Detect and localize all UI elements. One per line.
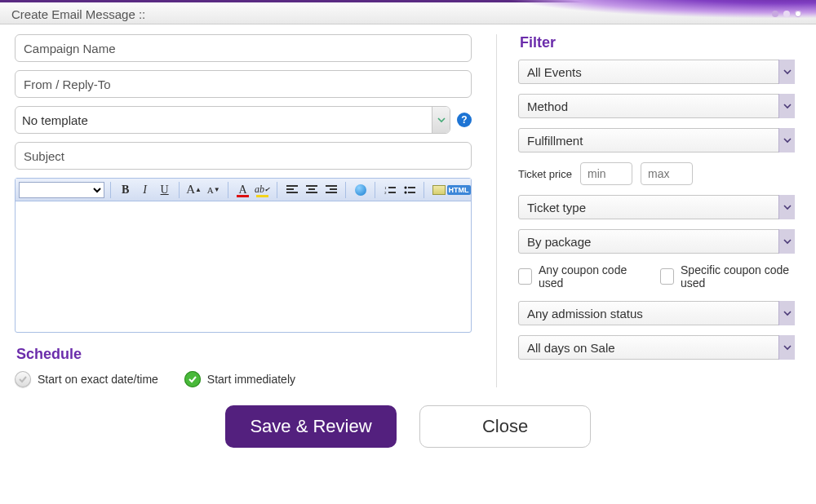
schedule-exact-label: Start on exact date/time <box>38 373 158 386</box>
filter-method-select[interactable]: Method <box>518 94 795 118</box>
link-button[interactable] <box>352 181 369 199</box>
svg-point-3 <box>404 191 406 193</box>
any-coupon-label: Any coupon code used <box>539 263 636 290</box>
window-dot-icon[interactable] <box>783 11 790 17</box>
help-icon[interactable]: ? <box>457 113 472 127</box>
specific-coupon-label: Specific coupon code used <box>681 263 795 290</box>
chevron-down-icon <box>778 60 795 84</box>
compose-panel: No template ? B I U <box>15 34 472 387</box>
schedule-exact-option[interactable]: Start on exact date/time <box>15 371 158 387</box>
filter-fulfillment-select[interactable]: Fulfillment <box>518 128 795 153</box>
chevron-down-icon <box>778 128 795 153</box>
italic-button[interactable]: I <box>136 181 153 199</box>
schedule-options: Start on exact date/time Start immediate… <box>15 371 472 387</box>
window-controls <box>772 11 801 17</box>
specific-coupon-checkbox[interactable]: Specific coupon code used <box>660 263 795 290</box>
title-bar: Create Email Message :: <box>0 0 816 24</box>
align-right-button[interactable] <box>322 181 339 199</box>
create-email-window: Create Email Message :: No template <box>0 0 816 504</box>
schedule-heading: Schedule <box>16 346 472 363</box>
chevron-down-icon <box>778 195 795 219</box>
insert-image-button[interactable] <box>430 181 447 199</box>
svg-point-2 <box>404 186 406 188</box>
font-decrease-button[interactable]: A▼ <box>205 181 222 199</box>
globe-icon <box>355 184 366 196</box>
ticket-price-label: Ticket price <box>518 168 572 180</box>
dialog-buttons: Save & Review Close <box>0 405 816 448</box>
chevron-down-icon <box>778 229 795 254</box>
template-select[interactable]: No template <box>15 106 450 134</box>
filter-package-select[interactable]: By package <box>518 229 795 254</box>
svg-text:1: 1 <box>384 186 387 190</box>
filter-admission-select[interactable]: Any admission status <box>518 301 795 325</box>
schedule-immediate-label: Start immediately <box>207 373 295 386</box>
campaign-name-input[interactable] <box>15 34 472 62</box>
svg-text:2: 2 <box>384 191 387 195</box>
filter-ticket-type-select[interactable]: Ticket type <box>518 195 795 219</box>
checkbox-icon <box>518 268 532 285</box>
radio-unchecked-icon <box>15 371 31 387</box>
rich-text-editor: B I U A▲ A▼ A ab✔ <box>15 178 472 333</box>
filter-panel: Filter All Events Method Fulfillment Tic… <box>496 34 795 387</box>
html-source-button[interactable]: HTML <box>450 181 468 199</box>
ordered-list-button[interactable]: 12 <box>381 181 398 199</box>
price-min-input[interactable] <box>580 162 632 185</box>
unordered-list-button[interactable] <box>401 181 418 199</box>
radio-checked-icon <box>184 371 201 387</box>
window-dot-icon[interactable] <box>772 11 778 17</box>
highlight-button[interactable]: ab✔ <box>254 181 271 199</box>
filter-heading: Filter <box>520 34 795 51</box>
align-center-button[interactable] <box>303 181 320 199</box>
ticket-price-row: Ticket price <box>518 162 795 185</box>
filter-events-select[interactable]: All Events <box>518 60 795 84</box>
schedule-immediate-option[interactable]: Start immediately <box>184 371 295 387</box>
chevron-down-icon <box>778 94 795 118</box>
checkbox-icon <box>660 268 674 285</box>
any-coupon-checkbox[interactable]: Any coupon code used <box>518 263 636 290</box>
template-select-wrap: No template <box>15 106 450 134</box>
align-left-button[interactable] <box>283 181 300 199</box>
subject-input[interactable] <box>15 142 472 170</box>
price-max-input[interactable] <box>641 162 693 185</box>
chevron-down-icon <box>778 335 795 360</box>
filter-days-select[interactable]: All days on Sale <box>518 335 795 360</box>
window-dot-icon[interactable] <box>795 11 801 17</box>
save-review-button[interactable]: Save & Review <box>225 405 397 448</box>
font-family-select[interactable] <box>19 182 104 198</box>
editor-toolbar: B I U A▲ A▼ A ab✔ <box>16 179 471 201</box>
close-button[interactable]: Close <box>419 405 591 448</box>
chevron-down-icon <box>778 301 795 325</box>
window-title: Create Email Message :: <box>11 7 145 21</box>
bold-button[interactable]: B <box>117 181 134 199</box>
font-increase-button[interactable]: A▲ <box>185 181 202 199</box>
image-icon <box>432 185 446 195</box>
underline-button[interactable]: U <box>156 181 173 199</box>
text-color-button[interactable]: A <box>234 181 251 199</box>
from-reply-to-input[interactable] <box>15 70 472 98</box>
